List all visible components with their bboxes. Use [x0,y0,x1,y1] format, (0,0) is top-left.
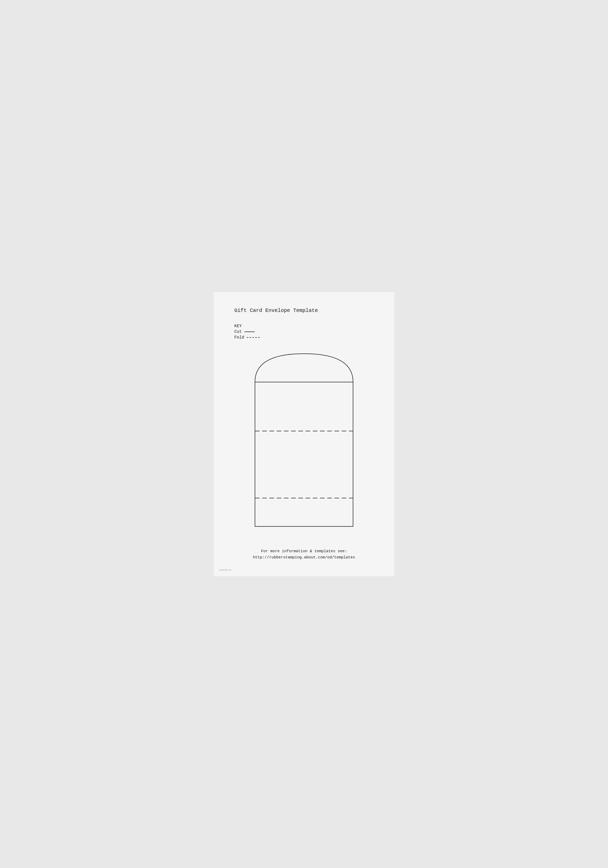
svg-rect-0 [255,382,353,526]
key-cut-label: Cut [234,329,242,334]
envelope-svg [239,351,369,532]
footer-line2: http://rubberstamping.about.com/od/templ… [234,555,374,561]
footer-section: For more information & templates see: ht… [234,548,374,561]
envelope-diagram [239,351,369,533]
page-title: Gift Card Envelope Template [234,308,374,313]
key-cut-line-icon [244,332,255,332]
watermark: duplichek.info [219,569,232,571]
key-cut-item: Cut [234,329,374,334]
page: Gift Card Envelope Template KEY Cut Fold… [214,292,394,576]
key-section: KEY Cut Fold [234,324,374,341]
key-fold-label: Fold [234,335,244,340]
key-heading: KEY [234,324,374,329]
key-fold-line-icon [247,337,260,338]
footer-line1: For more information & templates see: [234,548,374,555]
key-fold-item: Fold [234,335,374,340]
